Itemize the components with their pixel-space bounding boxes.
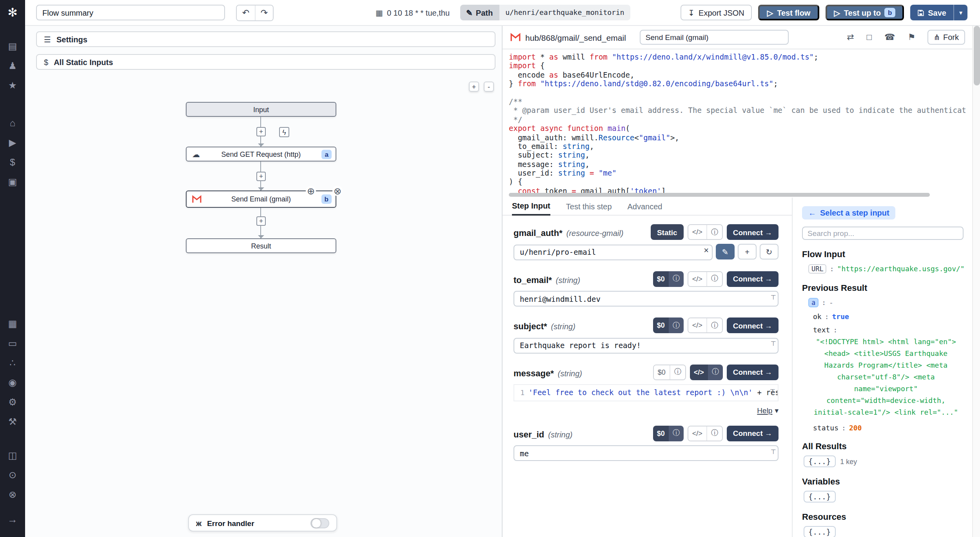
code-editor[interactable]: import * as wmill from "https://deno.lan… [503, 49, 973, 193]
info-icon[interactable]: ⓘ [669, 317, 684, 333]
subject-input[interactable] [514, 337, 779, 353]
resources-expand-button[interactable]: {...} [804, 526, 835, 537]
to-email-input[interactable] [514, 291, 779, 307]
code-mode-toggle[interactable]: </> ⓘ [688, 224, 723, 240]
code-icon[interactable]: </> [688, 225, 706, 239]
static-toggle-button[interactable]: Static [651, 224, 684, 240]
message-expression-editor[interactable]: 1 'Feel free to check out the latest rep… [514, 384, 779, 401]
windmill-logo[interactable]: ✻ [0, 5, 25, 20]
home-icon[interactable]: ⌂ [0, 113, 25, 132]
connect-button[interactable]: Connect → [727, 317, 779, 333]
add-step-button[interactable]: + [256, 172, 266, 181]
save-button[interactable]: Save [910, 5, 953, 20]
add-step-button[interactable]: + [256, 127, 266, 136]
result-a-row[interactable]: a : - [802, 298, 964, 307]
save-dropdown-button[interactable]: ▾ [953, 5, 967, 20]
info-icon[interactable]: ⓘ [670, 365, 685, 379]
horizontal-scrollbar[interactable] [509, 193, 973, 198]
all-static-inputs-button[interactable]: $ All Static Inputs [36, 54, 495, 70]
user-icon[interactable]: ♟ [0, 56, 25, 75]
schedules-icon[interactable]: ▦ [0, 314, 25, 333]
horizontal-scrollbar-thumb[interactable] [509, 193, 930, 197]
code-icon[interactable]: </> [688, 426, 706, 440]
clear-icon[interactable]: × [704, 245, 709, 255]
zoom-out-button[interactable]: - [484, 82, 494, 92]
code-mode-toggle[interactable]: </> ⓘ [688, 425, 723, 441]
github-icon[interactable]: ⊗ [0, 484, 25, 504]
connect-button[interactable]: Connect → [727, 425, 779, 441]
vertical-scrollbar[interactable] [972, 26, 980, 537]
dollar-zero-badge[interactable]: $0 [653, 317, 669, 333]
hub-script-path[interactable]: hub/868/gmail/_send_email [525, 33, 626, 42]
code-icon[interactable]: </> [688, 272, 706, 286]
resize-handle-icon[interactable]: ⊤ [770, 388, 775, 395]
flag-icon[interactable]: ⚑ [907, 32, 915, 42]
connect-button[interactable]: Connect → [727, 364, 779, 380]
edit-resource-button[interactable]: ✎ [716, 244, 735, 260]
info-icon[interactable]: ⓘ [706, 318, 722, 332]
undo-button[interactable]: ↶ [237, 5, 255, 20]
export-json-button[interactable]: ↧ Export JSON [680, 5, 752, 20]
test-up-to-button[interactable]: ▷ Test up to b [825, 5, 904, 20]
search-prop-input[interactable] [802, 227, 964, 240]
info-icon[interactable]: ⓘ [706, 426, 722, 440]
audit-logs-icon[interactable]: ◉ [0, 372, 25, 392]
text-value[interactable]: "<!DOCTYPE html> <html lang="en"> <head>… [802, 336, 964, 419]
static-value-toggle[interactable]: $0 ⓘ [653, 317, 684, 333]
info-icon[interactable]: ⓘ [669, 425, 684, 441]
add-step-button[interactable]: + [256, 216, 266, 226]
test-flow-button[interactable]: ▷ Test flow [759, 5, 819, 20]
refresh-resource-button[interactable]: ↻ [760, 244, 779, 260]
resize-handle-icon[interactable]: ⊤ [771, 294, 776, 301]
all-results-expand-button[interactable]: {...} [804, 455, 835, 467]
zoom-in-button[interactable]: + [469, 82, 479, 92]
collapse-sidebar-icon[interactable]: → [0, 513, 25, 525]
code-icon[interactable]: </> [690, 364, 708, 380]
error-handler-node[interactable]: ж Error handler [188, 514, 337, 532]
trigger-bolt-button[interactable]: ϟ [279, 127, 289, 137]
workers-icon[interactable]: ⚒ [0, 412, 25, 431]
flow-node-result[interactable]: Result [186, 238, 336, 253]
info-icon[interactable]: ⓘ [706, 272, 722, 286]
connect-button[interactable]: Connect → [727, 271, 779, 287]
code-mode-toggle[interactable]: </> ⓘ [688, 317, 723, 333]
message-code-line[interactable]: 'Feel free to check out the latest repor… [528, 388, 778, 397]
flow-node-http[interactable]: ☁ Send GET Request (http) a [186, 147, 336, 161]
help-link[interactable]: Help ▾ [514, 406, 779, 414]
url-value[interactable]: "https://earthquake.usgs.gov/" [837, 265, 965, 273]
code-icon[interactable]: </> [688, 318, 706, 332]
folders-icon[interactable]: ▭ [0, 333, 25, 353]
dollar-zero-badge[interactable]: $0 [653, 425, 669, 441]
fork-button[interactable]: ⋔ Fork [927, 30, 965, 45]
tab-test-this-step[interactable]: Test this step [566, 202, 612, 215]
connect-button[interactable]: Connect → [727, 224, 779, 240]
dollar-zero-badge[interactable]: $0 [654, 365, 670, 379]
settings-icon[interactable]: ⚙ [0, 392, 25, 412]
schedule-button[interactable]: ▦ 0 10 18 * * tue,thu [376, 8, 450, 17]
add-resource-button[interactable]: + [738, 244, 757, 260]
gmail-auth-input[interactable] [514, 244, 713, 260]
static-value-toggle[interactable]: $0 ⓘ [653, 271, 684, 287]
move-step-icon[interactable]: ⊕ [306, 186, 316, 196]
phone-icon[interactable]: ☎ [884, 32, 895, 42]
groups-icon[interactable]: ∴ [0, 353, 25, 372]
resize-handle-icon[interactable]: ⊤ [771, 340, 776, 347]
info-icon[interactable]: ⓘ [669, 271, 684, 287]
flow-settings-button[interactable]: ☰ Settings [36, 31, 495, 47]
delete-step-button[interactable]: ⊗ [332, 186, 343, 196]
expand-icon[interactable]: □ [867, 32, 872, 42]
tab-advanced[interactable]: Advanced [628, 202, 662, 215]
step-name-input[interactable] [640, 30, 789, 45]
url-key[interactable]: URL [808, 264, 827, 274]
resize-handle-icon[interactable]: ⊤ [771, 448, 776, 455]
info-icon[interactable]: ⓘ [708, 364, 723, 380]
step-a-key[interactable]: a [808, 298, 818, 307]
result-ok-row[interactable]: ok : true [802, 313, 964, 321]
dollar-zero-badge[interactable]: $0 [653, 271, 669, 287]
favorites-icon[interactable]: ★ [0, 75, 25, 95]
code-mode-toggle[interactable]: </> ⓘ [690, 364, 723, 380]
tab-step-input[interactable]: Step Input [512, 201, 550, 216]
sync-icon[interactable]: ⇄ [847, 32, 854, 42]
flow-input-url-row[interactable]: URL : "https://earthquake.usgs.gov/" [802, 264, 964, 274]
variables-expand-button[interactable]: {...} [804, 491, 835, 503]
